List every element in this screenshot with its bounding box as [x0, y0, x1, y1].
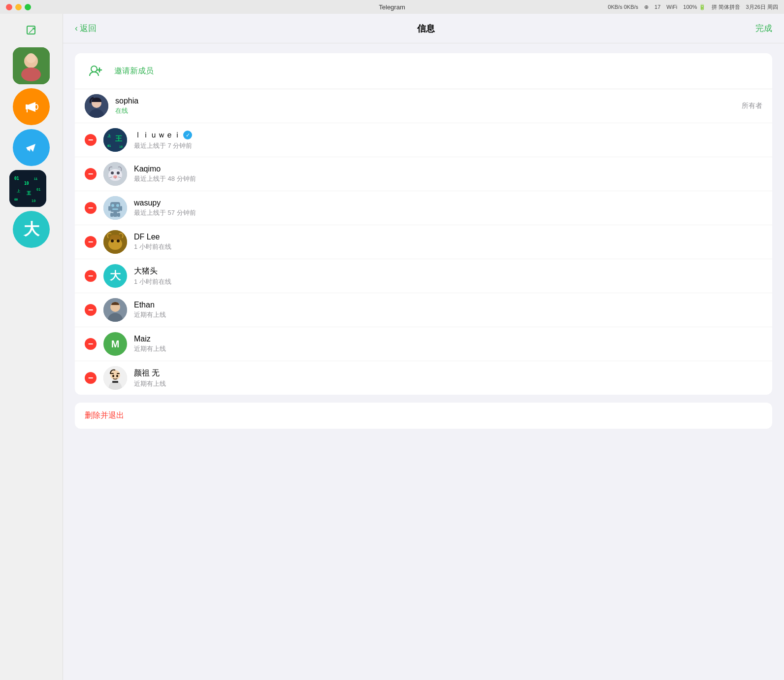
remove-yanzuwu-button[interactable]: − — [85, 372, 97, 384]
sidebar-item-group[interactable] — [13, 47, 50, 84]
remove-kaqimo-button[interactable]: − — [85, 168, 97, 180]
svg-rect-37 — [120, 206, 122, 211]
sidebar-item-channel[interactable] — [13, 88, 50, 125]
wasupy-name: wasupy — [134, 199, 762, 207]
remove-maiz-button[interactable]: − — [85, 338, 97, 350]
kaqimo-status: 最近上线于 48 分钟前 — [134, 174, 762, 183]
svg-point-30 — [111, 204, 114, 207]
svg-rect-36 — [108, 206, 110, 211]
yanzuwu-avatar-icon — [103, 366, 127, 390]
svg-point-47 — [116, 375, 118, 377]
member-row-liuwei[interactable]: − 上 王 01 10 ｌｉｕｗｅｉ ✓ — [75, 123, 772, 157]
wifi-icon: ⊕ — [644, 4, 649, 10]
invite-row[interactable]: 邀请新成员 — [75, 53, 772, 89]
svg-rect-34 — [110, 213, 113, 217]
group-avatar-icon — [13, 47, 50, 84]
main-content: ‹ 返回 信息 完成 邀请新成员 — [63, 14, 784, 680]
remove-dazh-button[interactable]: − — [85, 270, 97, 282]
wasupy-info: wasupy 最近上线于 57 分钟前 — [134, 199, 762, 217]
battery: 100% 🔋 — [683, 4, 705, 10]
dflee-name: DF Lee — [134, 233, 762, 241]
telegram-icon — [22, 138, 41, 158]
done-button[interactable]: 完成 — [755, 23, 772, 34]
traffic-lights — [6, 4, 31, 10]
sidebar-item-liuwei[interactable]: 01 10 11 上 王 01 00 10 — [9, 170, 46, 207]
svg-rect-0 — [27, 26, 35, 34]
member-row-sophia[interactable]: sophia 在线 所有者 — [75, 89, 772, 123]
wasupy-status: 最近上线于 57 分钟前 — [134, 208, 762, 217]
close-button[interactable] — [6, 4, 12, 10]
kaqimo-avatar-icon — [103, 162, 127, 186]
title-bar: Telegram 0KB/s 0KB/s ⊕ 17 WiFi 100% 🔋 拼 … — [0, 0, 784, 14]
member-row-dflee[interactable]: − DF Lee 1 小 — [75, 225, 772, 259]
svg-rect-29 — [110, 202, 120, 212]
svg-text:01: 01 — [14, 176, 19, 181]
sophia-avatar-icon — [85, 94, 108, 118]
dazh-status: 1 小时前在线 — [134, 277, 762, 286]
invite-icon — [85, 60, 106, 82]
sophia-name: sophia — [115, 97, 742, 105]
svg-point-24 — [108, 169, 122, 181]
kaqimo-info: Kaqimo 最近上线于 48 分钟前 — [134, 165, 762, 183]
svg-text:10: 10 — [24, 181, 29, 186]
yanzuwu-info: 颜祖 无 近期有上线 — [134, 368, 762, 388]
member-row-maiz[interactable]: − M Maiz 近期有上线 — [75, 327, 772, 361]
dazh-avatar-label: 大 — [110, 269, 121, 283]
svg-point-15 — [91, 66, 97, 72]
svg-point-45 — [110, 370, 120, 380]
sidebar-item-telegram[interactable] — [13, 129, 50, 166]
compose-button[interactable] — [23, 22, 40, 39]
maiz-name: Maiz — [134, 335, 762, 343]
svg-rect-35 — [117, 213, 120, 217]
liuwei-avatar-icon: 上 王 01 10 — [103, 128, 127, 152]
svg-text:00: 00 — [14, 198, 18, 201]
svg-text:10: 10 — [119, 145, 123, 148]
sidebar: 01 10 11 上 王 01 00 10 大 — [0, 14, 63, 680]
add-person-icon — [89, 64, 102, 78]
member-row-ethan[interactable]: − Ethan 近期有上线 — [75, 293, 772, 327]
wifi-signal: WiFi — [666, 4, 677, 10]
svg-point-26 — [117, 171, 120, 174]
remove-wasupy-button[interactable]: − — [85, 202, 97, 214]
header: ‹ 返回 信息 完成 — [63, 14, 784, 43]
svg-rect-33 — [113, 212, 117, 217]
delete-exit-button[interactable]: 删除并退出 — [75, 403, 772, 429]
member-row-kaqimo[interactable]: − Kaqimo — [75, 157, 772, 191]
sidebar-top — [0, 22, 63, 39]
app-window: 01 10 11 上 王 01 00 10 大 ‹ 返回 信息 完成 — [0, 14, 784, 680]
member-row-dazh[interactable]: − 大 大猪头 1 小时前在线 — [75, 259, 772, 293]
svg-rect-6 — [9, 170, 46, 207]
svg-point-25 — [111, 171, 114, 174]
svg-point-40 — [111, 239, 114, 242]
remove-ethan-button[interactable]: − — [85, 304, 97, 316]
status-bar: 0KB/s 0KB/s ⊕ 17 WiFi 100% 🔋 拼 简体拼音 3月26… — [608, 3, 778, 11]
ethan-name: Ethan — [134, 301, 762, 309]
remove-dflee-button[interactable]: − — [85, 236, 97, 248]
yanzuwu-name: 颜祖 无 — [134, 368, 762, 378]
svg-point-4 — [26, 53, 36, 63]
sophia-status: 在线 — [115, 106, 742, 115]
member-row-wasupy[interactable]: − — [75, 191, 772, 225]
datetime: 3月26日 周四 — [746, 3, 778, 11]
liuwei-status: 最近上线于 7 分钟前 — [134, 141, 762, 150]
svg-point-46 — [112, 375, 114, 377]
minimize-button[interactable] — [15, 4, 22, 10]
sophia-info: sophia 在线 — [115, 97, 742, 115]
remove-liuwei-button[interactable]: − — [85, 134, 97, 146]
svg-text:上: 上 — [17, 189, 21, 193]
back-chevron-icon: ‹ — [75, 23, 78, 34]
liuwei-name: ｌｉｕｗｅｉ ✓ — [134, 130, 762, 140]
svg-rect-48 — [112, 381, 118, 383]
svg-point-31 — [116, 204, 119, 207]
dazh-name: 大猪头 — [134, 266, 762, 276]
dflee-status: 1 小时前在线 — [134, 242, 762, 251]
svg-text:王: 王 — [115, 135, 123, 142]
svg-rect-32 — [112, 208, 118, 210]
back-button[interactable]: ‹ 返回 — [75, 23, 97, 34]
wechat-icon: 17 — [654, 4, 660, 10]
maximize-button[interactable] — [25, 4, 31, 10]
sidebar-item-da[interactable]: 大 — [13, 211, 50, 248]
dflee-info: DF Lee 1 小时前在线 — [134, 233, 762, 251]
content-area: 邀请新成员 sophia 在 — [63, 43, 784, 680]
member-row-yanzuwu[interactable]: − — [75, 361, 772, 395]
